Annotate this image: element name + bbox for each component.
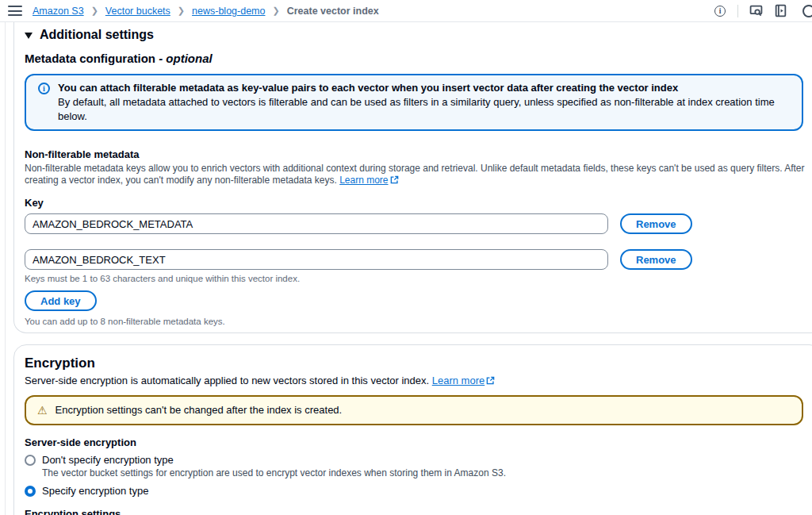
- remove-key-button-2[interactable]: Remove: [620, 249, 692, 270]
- info-alert-text: You can attach filterable metadata as ke…: [58, 81, 790, 124]
- non-filterable-metadata-description: Non-filterable metadata keys allow you t…: [25, 163, 805, 187]
- non-filterable-metadata-section: Non-filterable metadata Non-filterable m…: [25, 148, 803, 187]
- radio-specify-encryption[interactable]: Specify encryption type: [25, 485, 803, 497]
- remove-key-button-1[interactable]: Remove: [620, 213, 692, 234]
- non-filterable-metadata-label: Non-filterable metadata: [25, 148, 803, 160]
- add-key-button[interactable]: Add key: [25, 290, 97, 311]
- key-label: Key: [25, 197, 803, 209]
- page-content: Additional settings Metadata configurati…: [0, 22, 812, 515]
- info-alert-body: By default, all metadata attached to vec…: [58, 95, 790, 124]
- warning-triangle-icon: ⚠: [37, 403, 48, 417]
- warning-alert: ⚠ Encryption settings can't be changed a…: [25, 395, 803, 425]
- breadcrumb-amazon-s3[interactable]: Amazon S3: [33, 6, 84, 17]
- left-panel-border: [5, 22, 6, 515]
- radio-icon[interactable]: [25, 455, 36, 466]
- top-navigation-bar: Amazon S3 ❯ Vector buckets ❯ news-blog-d…: [0, 0, 812, 22]
- header-divider: [737, 5, 738, 17]
- info-icon: i: [38, 83, 50, 94]
- metadata-configuration-heading: Metadata configuration - optional: [25, 52, 803, 65]
- radio-icon[interactable]: [25, 486, 36, 497]
- key-row: Remove: [25, 213, 803, 234]
- breadcrumb-vector-buckets[interactable]: Vector buckets: [105, 6, 170, 17]
- encryption-description: Server-side encryption is automatically …: [25, 374, 803, 388]
- radio-label: Specify encryption type: [42, 485, 148, 497]
- external-link-icon: [486, 375, 495, 388]
- breadcrumb-bucket-name[interactable]: news-blog-demo: [192, 6, 265, 17]
- description-text: Non-filterable metadata keys allow you t…: [25, 163, 804, 186]
- additional-settings-card: Additional settings Metadata configurati…: [13, 22, 812, 333]
- key-row: Remove: [25, 249, 803, 270]
- key-input-1[interactable]: [25, 213, 608, 234]
- partial-circle-icon[interactable]: [798, 4, 812, 18]
- additional-settings-expander[interactable]: Additional settings: [25, 28, 803, 42]
- header-toolbar: i: [713, 4, 812, 18]
- optional-suffix: - optional: [159, 52, 213, 65]
- chevron-right-icon: ❯: [178, 6, 185, 16]
- encryption-settings-label: Encryption settings: [25, 508, 803, 515]
- notebook-icon[interactable]: [773, 4, 787, 18]
- info-alert-title: You can attach filterable metadata as ke…: [58, 81, 790, 95]
- encryption-card: Encryption Server-side encryption is aut…: [13, 344, 812, 515]
- chevron-right-icon: ❯: [91, 6, 98, 16]
- radio-description: The vector bucket settings for encryptio…: [42, 467, 787, 479]
- chevron-right-icon: ❯: [272, 6, 279, 16]
- radio-label: Don't specify encryption type: [42, 454, 174, 466]
- breadcrumb-current-page: Create vector index: [287, 6, 379, 17]
- server-side-encryption-label: Server-side encryption: [25, 436, 803, 448]
- learn-more-link[interactable]: Learn more: [339, 175, 388, 186]
- info-help-icon[interactable]: i: [713, 4, 727, 18]
- key-constraint-text: Keys must be 1 to 63 characters and uniq…: [25, 274, 803, 283]
- info-alert: i You can attach filterable metadata as …: [25, 74, 803, 131]
- encryption-title: Encryption: [25, 356, 803, 371]
- triangle-down-icon: [25, 33, 33, 39]
- screen-search-icon[interactable]: [749, 4, 763, 18]
- breadcrumb: Amazon S3 ❯ Vector buckets ❯ news-blog-d…: [33, 6, 379, 17]
- warning-alert-text: Encryption settings can't be changed aft…: [56, 403, 343, 417]
- add-key-hint: You can add up to 8 non-filterable metad…: [25, 317, 803, 326]
- menu-icon[interactable]: [8, 6, 22, 16]
- learn-more-link[interactable]: Learn more: [432, 375, 485, 386]
- key-input-2[interactable]: [25, 249, 608, 270]
- additional-settings-title: Additional settings: [40, 28, 154, 42]
- external-link-icon: [390, 175, 399, 187]
- description-text: Server-side encryption is automatically …: [25, 375, 432, 386]
- radio-dont-specify-encryption[interactable]: Don't specify encryption type: [25, 454, 803, 466]
